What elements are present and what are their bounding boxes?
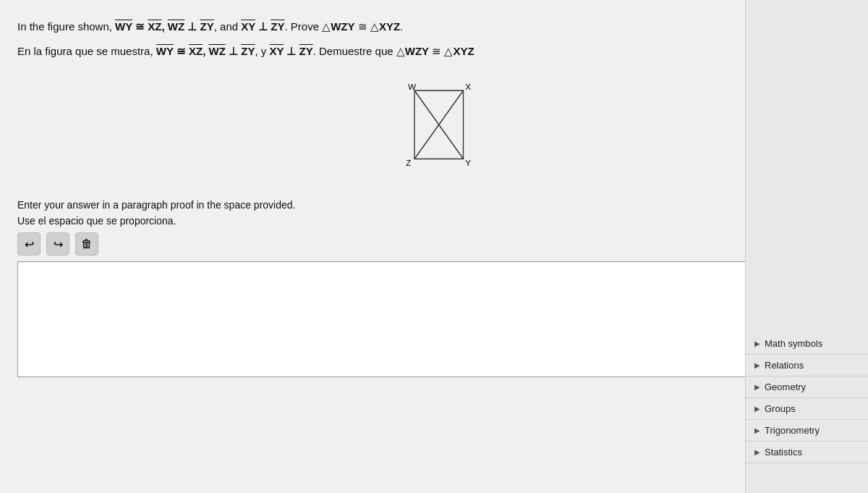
label-Y: Y <box>465 158 471 167</box>
diagram-container: W X Z Y <box>17 72 851 187</box>
sidebar-label-math-symbols: Math symbols <box>765 338 822 349</box>
sidebar-item-geometry[interactable]: ▶ Geometry <box>746 376 868 398</box>
sidebar-item-trigonometry[interactable]: ▶ Trigonometry <box>746 420 868 442</box>
arrow-icon-relations: ▶ <box>754 361 760 369</box>
sidebar-label-statistics: Statistics <box>765 447 802 458</box>
main-container: In the figure shown, WY ≅ XZ, WZ ⊥ ZY, a… <box>0 0 868 493</box>
answer-input-area: ↩ ↪ 🗑 <box>17 232 851 379</box>
english-problem: In the figure shown, WY ≅ XZ, WZ ⊥ ZY, a… <box>17 17 851 36</box>
problem-section: In the figure shown, WY ≅ XZ, WZ ⊥ ZY, a… <box>17 17 851 493</box>
answer-textarea[interactable] <box>17 261 851 377</box>
sidebar-item-relations[interactable]: ▶ Relations <box>746 355 868 376</box>
sidebar-label-trigonometry: Trigonometry <box>765 425 820 436</box>
sidebar-panel: ▶ Math symbols ▶ Relations ▶ Geometry ▶ … <box>745 0 868 493</box>
spanish-math: WY ≅ XZ, WZ ⊥ ZY, y XY ⊥ ZY. Demuestre q… <box>156 45 475 57</box>
sidebar-item-groups[interactable]: ▶ Groups <box>746 398 868 420</box>
instruction-english: Enter your answer in a paragraph proof i… <box>17 199 851 211</box>
instruction-spanish: Use el espacio que se proporciona. <box>17 215 851 227</box>
geometry-diagram: W X Z Y <box>369 72 499 187</box>
arrow-icon-geometry: ▶ <box>754 383 760 391</box>
delete-button[interactable]: 🗑 <box>75 232 98 256</box>
redo-button[interactable]: ↪ <box>46 232 69 256</box>
arrow-icon-groups: ▶ <box>754 405 760 413</box>
undo-button[interactable]: ↩ <box>17 232 41 256</box>
sidebar-item-math-symbols[interactable]: ▶ Math symbols <box>746 333 868 355</box>
toolbar: ↩ ↪ 🗑 <box>17 232 851 256</box>
label-Z: Z <box>406 158 411 167</box>
sidebar-label-relations: Relations <box>765 360 804 371</box>
arrow-icon-statistics: ▶ <box>754 448 760 456</box>
spanish-intro: En la figura que se muestra, <box>17 45 153 57</box>
sidebar-label-groups: Groups <box>765 403 796 414</box>
arrow-icon-math-symbols: ▶ <box>754 340 760 347</box>
arrow-icon-trigonometry: ▶ <box>754 426 760 434</box>
spanish-problem: En la figura que se muestra, WY ≅ XZ, WZ… <box>17 42 851 61</box>
english-math: WY ≅ XZ, WZ ⊥ ZY, and XY ⊥ ZY. Prove △WZ… <box>115 20 403 33</box>
sidebar-label-geometry: Geometry <box>765 382 806 392</box>
sidebar-item-statistics[interactable]: ▶ Statistics <box>746 442 868 463</box>
english-intro: In the figure shown, <box>17 20 112 33</box>
label-W: W <box>408 82 416 91</box>
label-X: X <box>465 82 471 91</box>
